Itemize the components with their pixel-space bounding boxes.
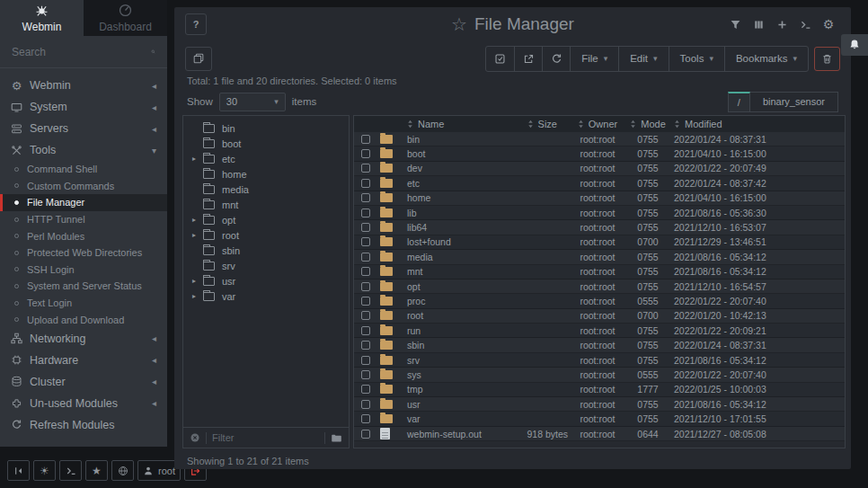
column-header-name[interactable]: Name (404, 119, 487, 129)
select-button[interactable] (486, 47, 514, 71)
row-checkbox[interactable] (361, 267, 370, 276)
row-checkbox[interactable] (361, 179, 370, 188)
sidebar-subitem-http-tunnel[interactable]: HTTP Tunnel (0, 211, 167, 228)
sun-button[interactable]: ☀ (33, 460, 56, 481)
table-row-proc[interactable]: procroot:root05552022/01/22 - 20:07:40 (354, 294, 845, 308)
row-checkbox[interactable] (361, 430, 370, 439)
show-items-select[interactable]: 30 ▾ (219, 93, 286, 111)
help-button[interactable]: ? (185, 13, 207, 35)
globe-button[interactable] (111, 460, 134, 481)
filter-input[interactable] (212, 432, 319, 443)
collapse-button[interactable] (7, 460, 30, 481)
menu-bookmarks[interactable]: Bookmarks▾ (724, 47, 808, 71)
sidebar-item-hardware[interactable]: Hardware◂ (0, 350, 167, 371)
row-checkbox[interactable] (361, 149, 370, 158)
clear-filter-icon[interactable] (190, 432, 200, 443)
row-checkbox[interactable] (361, 164, 370, 173)
table-row-sys[interactable]: sysroot:root05552022/01/22 - 20:07:40 (354, 368, 845, 382)
table-row-root[interactable]: rootroot:root07002022/01/20 - 10:42:13 (354, 309, 845, 324)
table-row-tmp[interactable]: tmproot:root17772022/01/25 - 10:00:03 (354, 383, 845, 397)
row-checkbox[interactable] (361, 356, 370, 365)
tree-item-root[interactable]: ▸root (183, 227, 349, 243)
table-row-mnt[interactable]: mntroot:root07552021/08/16 - 05:34:12 (354, 265, 845, 279)
tree-item-mnt[interactable]: mnt (183, 197, 349, 212)
terminal-button[interactable] (793, 13, 817, 35)
column-header-mode[interactable]: Mode (627, 119, 669, 129)
tree-item-sbin[interactable]: sbin (183, 243, 349, 258)
row-checkbox[interactable] (361, 385, 370, 394)
column-header-modified[interactable]: Modified (669, 119, 800, 129)
column-header-owner[interactable]: Owner (568, 119, 627, 129)
notifications-bell[interactable] (841, 34, 868, 56)
table-row-sbin[interactable]: sbinroot:root07552022/01/24 - 08:37:31 (354, 338, 845, 352)
refresh-button[interactable] (542, 47, 570, 71)
tree-item-home[interactable]: home (183, 166, 349, 182)
sidebar-item-networking[interactable]: Networking◂ (0, 328, 167, 350)
tree-item-srv[interactable]: srv (183, 258, 349, 273)
expand-arrow-icon[interactable]: ▸ (192, 155, 203, 163)
tree-item-bin[interactable]: bin (183, 120, 349, 136)
expand-arrow-icon[interactable]: ▸ (192, 231, 203, 239)
tree-item-opt[interactable]: ▸opt (183, 212, 349, 227)
tree-folder-button[interactable] (331, 432, 342, 444)
table-row-lib64[interactable]: lib64root:root07552021/12/10 - 16:53:07 (354, 220, 845, 235)
sidebar-subitem-file-manager[interactable]: File Manager (0, 194, 167, 211)
row-checkbox[interactable] (361, 370, 370, 379)
expand-arrow-icon[interactable]: ▸ (192, 216, 203, 224)
tree-item-usr[interactable]: ▸usr (183, 273, 349, 288)
share-button[interactable] (514, 47, 542, 71)
clone-window-button[interactable] (185, 47, 212, 71)
terminal-button[interactable] (59, 460, 82, 481)
table-row-bin[interactable]: binroot:root07552022/01/24 - 08:37:31 (354, 132, 845, 146)
sidebar-subitem-text-login[interactable]: Text Login (0, 295, 167, 312)
column-header-size[interactable]: Size (487, 119, 568, 129)
row-checkbox[interactable] (361, 297, 370, 306)
menu-file[interactable]: File▾ (570, 47, 618, 71)
favorite-star-icon[interactable]: ☆ (451, 13, 467, 35)
row-checkbox[interactable] (361, 193, 370, 202)
table-row-home[interactable]: homeroot:root07552021/04/10 - 16:15:00 (354, 191, 845, 206)
tree-item-media[interactable]: media (183, 182, 349, 197)
breadcrumb-segment-root[interactable]: / (728, 92, 750, 112)
tree-item-etc[interactable]: ▸etc (183, 151, 349, 166)
sidebar-item-refresh-modules[interactable]: Refresh Modules (0, 414, 167, 436)
table-row-srv[interactable]: srvroot:root07552021/08/16 - 05:34:12 (354, 353, 845, 368)
row-checkbox[interactable] (361, 326, 370, 335)
sidebar-item-un-used-modules[interactable]: Un-used Modules◂ (0, 393, 167, 414)
table-row-usr[interactable]: usrroot:root07552021/08/16 - 05:34:12 (354, 397, 845, 412)
table-row-webmin-setup-out[interactable]: webmin-setup.out918 bytesroot:root064420… (354, 427, 845, 441)
sidebar-item-tools[interactable]: Tools▾ (0, 139, 167, 161)
sidebar-item-webmin[interactable]: ⚙Webmin◂ (0, 75, 167, 96)
table-row-var[interactable]: varroot:root07552021/12/10 - 17:01:55 (354, 412, 845, 426)
row-checkbox[interactable] (361, 237, 370, 246)
menu-tools[interactable]: Tools▾ (669, 47, 724, 71)
row-checkbox[interactable] (361, 400, 370, 409)
filter-button[interactable] (723, 13, 747, 35)
add-button[interactable] (770, 13, 793, 35)
row-checkbox[interactable] (361, 253, 370, 262)
row-checkbox[interactable] (361, 135, 370, 144)
tab-dashboard[interactable]: Dashboard (84, 0, 167, 36)
gear-button[interactable]: ⚙ (817, 13, 840, 35)
table-row-dev[interactable]: devroot:root07552022/01/22 - 20:07:49 (354, 162, 845, 176)
sidebar-subitem-custom-commands[interactable]: Custom Commands (0, 178, 167, 195)
row-checkbox[interactable] (361, 209, 370, 217)
sidebar-subitem-protected-web-directories[interactable]: Protected Web Directories (0, 244, 167, 262)
menu-edit[interactable]: Edit▾ (618, 47, 668, 71)
tree-item-boot[interactable]: boot (183, 136, 349, 151)
row-checkbox[interactable] (361, 341, 370, 350)
sidebar-subitem-upload-and-download[interactable]: Upload and Download (0, 311, 167, 328)
table-row-lib[interactable]: libroot:root07552021/08/16 - 05:36:30 (354, 206, 845, 220)
table-row-lost-found[interactable]: lost+foundroot:root07002021/12/29 - 13:4… (354, 235, 845, 250)
columns-button[interactable] (747, 13, 770, 35)
row-checkbox[interactable] (361, 223, 370, 232)
row-checkbox[interactable] (361, 311, 370, 320)
star-button[interactable]: ★ (85, 460, 108, 481)
search-input[interactable] (12, 46, 151, 58)
tree-item-var[interactable]: ▸var (183, 288, 349, 304)
row-checkbox[interactable] (361, 414, 370, 423)
trash-button[interactable] (814, 47, 840, 71)
sidebar-subitem-perl-modules[interactable]: Perl Modules (0, 227, 167, 244)
sidebar-item-cluster[interactable]: Cluster◂ (0, 371, 167, 393)
row-checkbox[interactable] (361, 282, 370, 291)
